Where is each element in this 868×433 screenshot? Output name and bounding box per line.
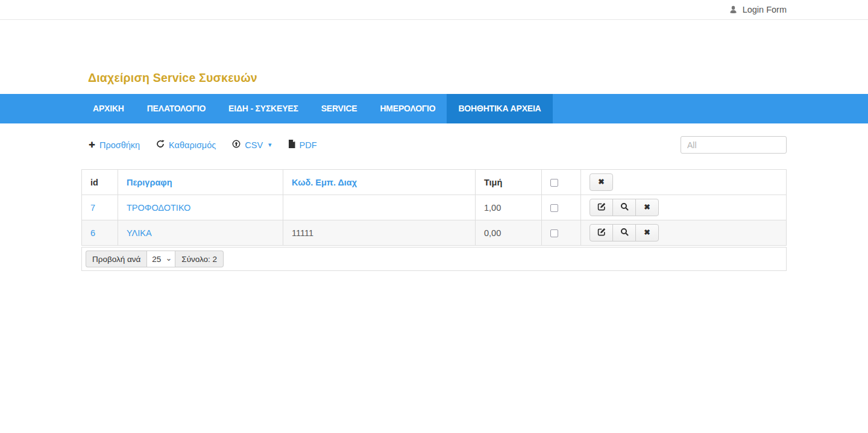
- select-all-checkbox[interactable]: [550, 179, 558, 187]
- edit-icon: [597, 202, 606, 213]
- cell-code: [283, 195, 476, 220]
- title-container: Διαχείριση Service Συσκευών: [81, 71, 787, 85]
- file-icon: [288, 140, 295, 150]
- view-button[interactable]: [612, 224, 636, 241]
- cell-actions: ✖: [581, 195, 787, 220]
- column-header-actions: ✖: [581, 170, 787, 195]
- nav-item-archiki[interactable]: ΑΡΧΙΚΗ: [81, 94, 136, 123]
- topbar: Login Form: [0, 0, 868, 20]
- login-form-link[interactable]: Login Form: [729, 5, 787, 14]
- search-icon: [620, 228, 629, 238]
- total-count-label: Σύνολο: 2: [175, 251, 224, 267]
- delete-button[interactable]: ✖: [635, 199, 659, 216]
- row-id-link[interactable]: 7: [90, 203, 95, 213]
- row-id-link[interactable]: 6: [90, 228, 95, 238]
- caret-down-icon: ▾: [268, 141, 272, 149]
- clear-button-label: Καθαρισμός: [169, 140, 216, 150]
- toolbar-row: ✚ Προσθήκη Καθαρισμός: [81, 136, 787, 154]
- row-description-link[interactable]: ΥΛΙΚΑ: [127, 228, 152, 238]
- export-circle-up-icon: [232, 140, 241, 150]
- row-actions-group: ✖: [590, 199, 659, 216]
- per-page-select-wrap: 25 ⌄: [146, 251, 175, 267]
- csv-export-button[interactable]: CSV ▾: [232, 140, 271, 150]
- toolbar: ✚ Προσθήκη Καθαρισμός: [81, 140, 317, 150]
- row-actions-group: ✖: [590, 224, 659, 241]
- user-icon: [729, 5, 738, 14]
- row-select-checkbox[interactable]: [550, 229, 558, 237]
- close-icon: ✖: [598, 178, 604, 186]
- add-button-label: Προσθήκη: [99, 140, 140, 150]
- nav-item-imerologio[interactable]: ΗΜΕΡΟΛΟΓΙΟ: [368, 94, 447, 123]
- plus-icon: ✚: [89, 141, 95, 149]
- nav-inner: ΑΡΧΙΚΗ ΠΕΛΑΤΟΛΟΓΙΟ ΕΙΔΗ - ΣΥΣΚΕΥΕΣ SERVI…: [81, 94, 787, 123]
- row-description-link[interactable]: ΤΡΟΦΟΔΟΤΙΚΟ: [127, 203, 190, 213]
- nav-item-pelatologio[interactable]: ΠΕΛΑΤΟΛΟΓΙΟ: [136, 94, 217, 123]
- table-row: 6 ΥΛΙΚΑ 11111 0,00: [82, 220, 787, 246]
- close-icon: ✖: [644, 204, 650, 211]
- delete-button[interactable]: ✖: [635, 224, 659, 241]
- column-header-id: id: [82, 170, 118, 195]
- table-row: 7 ΤΡΟΦΟΔΟΤΙΚΟ 1,00: [82, 195, 787, 220]
- cell-select: [542, 220, 581, 246]
- search-input[interactable]: [681, 136, 787, 154]
- edit-button[interactable]: [590, 224, 613, 241]
- cell-price: 0,00: [476, 220, 542, 246]
- view-button[interactable]: [612, 199, 636, 216]
- cell-id: 7: [82, 195, 118, 220]
- column-header-select: [542, 170, 581, 195]
- add-button[interactable]: ✚ Προσθήκη: [89, 140, 140, 150]
- pagination-bar: Προβολή ανά 25 ⌄ Σύνολο: 2: [81, 247, 787, 271]
- topbar-inner: Login Form: [81, 0, 787, 19]
- per-page-label: Προβολή ανά: [86, 251, 146, 267]
- csv-button-label: CSV: [245, 140, 263, 150]
- cell-description: ΥΛΙΚΑ: [118, 220, 283, 246]
- cell-description: ΤΡΟΦΟΔΟΤΙΚΟ: [118, 195, 283, 220]
- refresh-icon: [156, 140, 165, 150]
- nav-item-service[interactable]: SERVICE: [310, 94, 369, 123]
- edit-icon: [597, 228, 606, 238]
- table-header-row: id Περιγραφη Κωδ. Εμπ. Διαχ Τιμή ✖: [82, 170, 787, 195]
- close-icon: ✖: [644, 229, 650, 237]
- nav-item-eidi-syskeves[interactable]: ΕΙΔΗ - ΣΥΣΚΕΥΕΣ: [217, 94, 310, 123]
- cell-actions: ✖: [581, 220, 787, 246]
- clear-selection-button[interactable]: ✖: [590, 173, 613, 191]
- login-form-label: Login Form: [743, 5, 787, 14]
- clear-button[interactable]: Καθαρισμός: [156, 140, 216, 150]
- page-title: Διαχείριση Service Συσκευών: [81, 71, 787, 85]
- sort-description-link[interactable]: Περιγραφη: [127, 178, 172, 187]
- column-header-price: Τιμή: [476, 170, 542, 195]
- column-header-code: Κωδ. Εμπ. Διαχ: [283, 170, 476, 195]
- main-content: ✚ Προσθήκη Καθαρισμός: [81, 136, 787, 271]
- pdf-button-label: PDF: [300, 140, 317, 150]
- row-select-checkbox[interactable]: [550, 204, 558, 212]
- per-page-select[interactable]: 25: [146, 251, 175, 267]
- nav-item-voithitika-archeia[interactable]: ΒΟΗΘΗΤΙΚΑ ΑΡΧΕΙΑ: [447, 94, 552, 123]
- column-header-description: Περιγραφη: [118, 170, 283, 195]
- edit-button[interactable]: [590, 199, 613, 216]
- sort-code-link[interactable]: Κωδ. Εμπ. Διαχ: [292, 178, 357, 187]
- cell-id: 6: [82, 220, 118, 246]
- main-nav: ΑΡΧΙΚΗ ΠΕΛΑΤΟΛΟΓΙΟ ΕΙΔΗ - ΣΥΣΚΕΥΕΣ SERVI…: [0, 94, 868, 123]
- search-icon: [620, 202, 629, 213]
- pdf-export-button[interactable]: PDF: [288, 140, 317, 150]
- cell-code: 11111: [283, 220, 476, 246]
- records-table: id Περιγραφη Κωδ. Εμπ. Διαχ Τιμή ✖: [81, 169, 787, 246]
- cell-price: 1,00: [476, 195, 542, 220]
- cell-select: [542, 195, 581, 220]
